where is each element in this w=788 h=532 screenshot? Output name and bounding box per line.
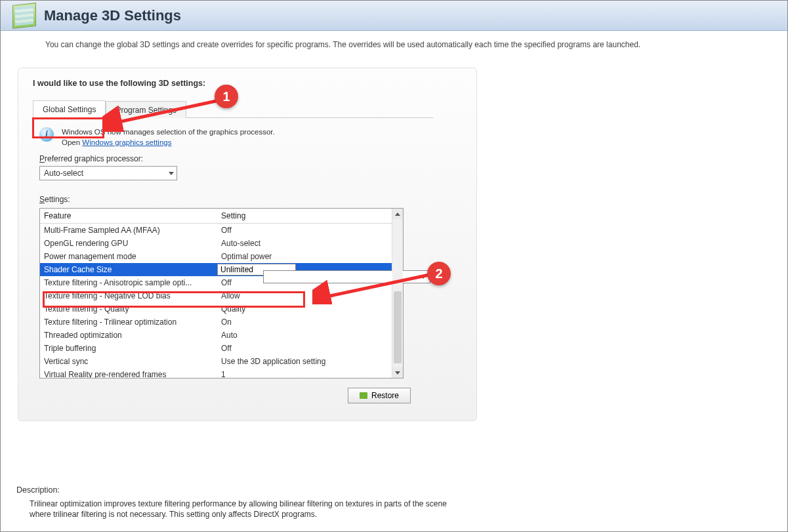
- table-row[interactable]: Triple bufferingOff: [40, 342, 392, 355]
- feature-cell: Shader Cache Size: [40, 262, 217, 277]
- table-row[interactable]: Texture filtering - Negative LOD biasAll…: [40, 289, 392, 302]
- feature-cell: Triple buffering: [40, 341, 217, 356]
- setting-cell: Use the 3D application setting: [217, 354, 392, 369]
- intro-text: You can change the global 3D settings an…: [1, 31, 787, 49]
- setting-cell: 1: [217, 367, 392, 378]
- info-line2-prefix: Open: [62, 138, 82, 146]
- info-row: i Windows OS now manages selection of th…: [39, 127, 462, 148]
- app-icon: [12, 3, 36, 29]
- chevron-down-icon: [421, 276, 426, 279]
- column-setting[interactable]: Setting: [217, 209, 392, 223]
- settings-table: Feature Setting Multi-Frame Sampled AA (…: [39, 208, 404, 379]
- table-row[interactable]: Texture filtering - Trilinear optimizati…: [40, 316, 392, 329]
- feature-cell: Texture filtering - Quality: [40, 302, 217, 316]
- feature-cell: Power management mode: [40, 249, 217, 264]
- table-row[interactable]: Texture filtering - QualityQuality: [40, 302, 392, 316]
- table-row[interactable]: OpenGL rendering GPUAuto-select: [40, 237, 392, 250]
- chevron-down-icon: [395, 371, 400, 375]
- setting-cell: On: [217, 315, 392, 329]
- scrollbar-thumb[interactable]: [394, 291, 402, 363]
- preferred-graphics-value: Auto-select: [44, 169, 83, 178]
- nvidia-icon: [360, 392, 367, 399]
- setting-cell: Allow: [217, 289, 392, 303]
- setting-cell: Quality: [217, 302, 392, 316]
- feature-cell: Texture filtering - Anisotropic sample o…: [40, 276, 217, 290]
- settings-label: Settings:: [39, 195, 462, 204]
- windows-graphics-settings-link[interactable]: Windows graphics settings: [82, 138, 171, 146]
- restore-button[interactable]: Restore: [348, 388, 411, 403]
- feature-cell: Texture filtering - Negative LOD bias: [40, 289, 217, 303]
- description-title: Description:: [16, 485, 772, 495]
- setting-cell: Off: [217, 341, 392, 356]
- table-row[interactable]: Vertical syncUse the 3D application sett…: [40, 355, 392, 368]
- table-row[interactable]: Power management modeOptimal power: [40, 250, 392, 263]
- table-row[interactable]: Virtual Reality pre-rendered frames1: [40, 368, 392, 378]
- settings-panel: I would like to use the following 3D set…: [18, 68, 477, 421]
- setting-cell: Auto: [217, 328, 392, 342]
- column-feature[interactable]: Feature: [40, 209, 217, 223]
- description-text: Trilinear optimization improves texture …: [16, 499, 463, 520]
- section-title: I would like to use the following 3D set…: [33, 79, 462, 88]
- annotation-callout-1: 1: [215, 85, 238, 108]
- title-bar: Manage 3D Settings: [1, 1, 787, 31]
- scroll-down-button[interactable]: [392, 367, 403, 378]
- preferred-graphics-label: Preferred graphics processor:: [39, 154, 462, 163]
- restore-label: Restore: [371, 391, 399, 400]
- annotation-callout-2: 2: [427, 262, 451, 285]
- setting-cell: Off: [217, 223, 392, 237]
- feature-cell: Threaded optimization: [40, 328, 217, 342]
- preferred-graphics-dropdown[interactable]: Auto-select: [39, 166, 177, 180]
- chevron-up-icon: [395, 213, 400, 216]
- feature-cell: Virtual Reality pre-rendered frames: [40, 367, 217, 378]
- tab-global-settings[interactable]: Global Settings: [33, 100, 106, 118]
- setting-value-dropdown[interactable]: [263, 270, 430, 283]
- tab-program-settings[interactable]: Program Settings: [106, 101, 186, 118]
- scroll-up-button[interactable]: [392, 209, 403, 219]
- info-icon: i: [39, 127, 54, 142]
- settings-header: Feature Setting: [40, 209, 392, 224]
- page-title: Manage 3D Settings: [44, 7, 181, 24]
- table-row[interactable]: Threaded optimizationAuto: [40, 329, 392, 342]
- scrollbar[interactable]: [392, 209, 403, 378]
- table-row[interactable]: Multi-Frame Sampled AA (MFAA)Off: [40, 224, 392, 237]
- feature-cell: Multi-Frame Sampled AA (MFAA): [40, 223, 217, 237]
- setting-cell: Auto-select: [217, 236, 392, 251]
- setting-cell: Optimal power: [217, 249, 392, 264]
- feature-cell: Texture filtering - Trilinear optimizati…: [40, 315, 217, 329]
- info-text: Windows OS now manages selection of the …: [62, 127, 275, 148]
- description-section: Description: Trilinear optimization impr…: [16, 485, 772, 520]
- info-line1: Windows OS now manages selection of the …: [62, 128, 275, 136]
- scrollbar-track[interactable]: [392, 219, 403, 367]
- chevron-down-icon: [169, 172, 174, 175]
- feature-cell: OpenGL rendering GPU: [40, 236, 217, 251]
- feature-cell: Vertical sync: [40, 354, 217, 369]
